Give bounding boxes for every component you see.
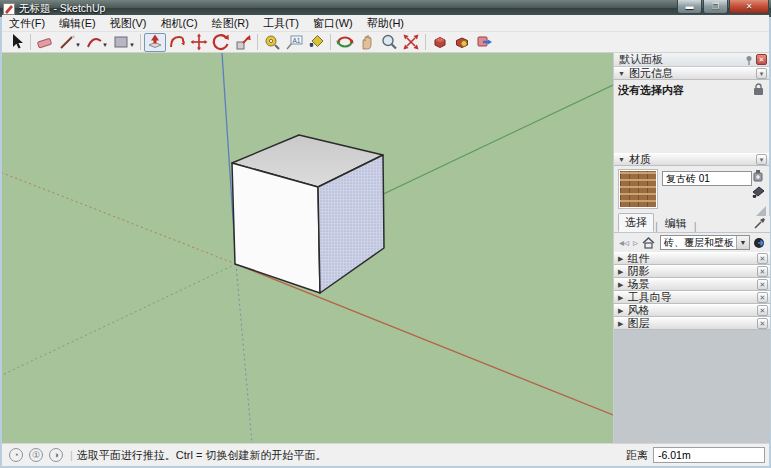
expand-arrow-icon: ▶	[618, 255, 623, 263]
model-viewport[interactable]	[2, 53, 613, 443]
tab-separator: |	[655, 220, 658, 232]
orbit-tool-button[interactable]	[334, 33, 356, 52]
menu-item[interactable]: 文件(F)	[2, 15, 52, 32]
dropdown-arrow-icon[interactable]: ▼	[736, 236, 749, 249]
entity-info-header[interactable]: ▼ 图元信息 ▾	[614, 67, 769, 80]
menu-item[interactable]: 绘图(R)	[205, 15, 256, 32]
arc-dropdown-arrow[interactable]: ▼	[102, 42, 108, 48]
paint-bucket-icon	[307, 33, 325, 51]
walk-button[interactable]	[473, 33, 495, 52]
status-bar: ◔ ① ◑ | 选取平面进行推拉。Ctrl = 切换创建新的开始平面。 距离	[2, 443, 769, 466]
select-tool-icon	[7, 33, 25, 51]
select-tool-button[interactable]	[5, 33, 27, 52]
status-hint-text: 选取平面进行推拉。Ctrl = 切换创建新的开始平面。	[77, 448, 327, 463]
panel-close-button[interactable]: ✕	[757, 266, 768, 277]
toolbar-separator	[30, 34, 31, 50]
panel-label: 图层	[627, 316, 649, 331]
pin-icon[interactable]	[744, 55, 754, 65]
create-material-icon[interactable]	[752, 169, 764, 182]
tab-select[interactable]: 选择	[618, 213, 654, 232]
follow-me-tool-button[interactable]	[166, 33, 188, 52]
dimension-text-tool-button[interactable]: A1	[283, 33, 305, 52]
move-tool-button[interactable]	[188, 33, 210, 52]
push-pull-tool-icon	[146, 33, 164, 51]
menu-item[interactable]: 帮助(H)	[360, 15, 411, 32]
entity-info-menu-button[interactable]: ▾	[756, 68, 767, 79]
tray-header[interactable]: 默认面板 ✕	[614, 53, 769, 67]
geolocation-icon[interactable]: ◔	[9, 448, 23, 462]
walk-icon	[475, 33, 493, 51]
move-tool-icon	[190, 33, 208, 51]
menu-bar: 文件(F)编辑(E)视图(V)相机(C)绘图(R)工具(T)窗口(W)帮助(H)	[2, 15, 769, 32]
collapsed-panel-图层[interactable]: ▶图层✕	[614, 317, 770, 330]
forward-icon[interactable]: ▹	[633, 237, 638, 248]
home-icon[interactable]	[642, 237, 655, 249]
panel-close-button[interactable]: ✕	[757, 292, 768, 303]
menu-item[interactable]: 工具(T)	[256, 15, 306, 32]
toolbar-separator	[257, 34, 258, 50]
eyedropper-icon[interactable]	[753, 217, 766, 230]
set-default-material-icon[interactable]	[751, 186, 766, 200]
material-name-input[interactable]	[662, 171, 752, 186]
measurement-input[interactable]	[653, 447, 765, 463]
lock-icon[interactable]	[753, 83, 764, 96]
material-thumbnail	[620, 171, 656, 207]
materials-header[interactable]: ▼ 材质 ▾	[614, 153, 769, 166]
menu-item[interactable]: 视图(V)	[103, 15, 154, 32]
credits-icon[interactable]: ①	[29, 448, 43, 462]
push-pull-tool-button[interactable]	[144, 33, 166, 52]
material-preview[interactable]	[618, 169, 658, 209]
zoom-extents-icon	[402, 33, 420, 51]
back-icon[interactable]: ◂◃	[619, 237, 629, 248]
pan-tool-button[interactable]	[356, 33, 378, 52]
close-button[interactable]: ✕	[729, 0, 769, 14]
tray-empty-area	[614, 330, 770, 443]
red-axis-negative	[2, 172, 236, 264]
scale-tool-button[interactable]	[232, 33, 254, 52]
eraser-tool-icon	[36, 33, 54, 51]
material-category-dropdown[interactable]: 砖、覆层和壁板 ▼	[660, 235, 750, 250]
details-icon[interactable]	[753, 236, 767, 250]
materials-menu-button[interactable]: ▾	[756, 154, 767, 165]
expand-arrow-icon: ▶	[618, 268, 623, 276]
maximize-button[interactable]: ❐	[703, 0, 728, 14]
menu-item[interactable]: 窗口(W)	[306, 15, 360, 32]
shapes-dropdown-arrow[interactable]: ▼	[129, 42, 135, 48]
toolbar-separator	[140, 34, 141, 50]
collapsed-panels: ▶组件✕▶阴影✕▶场景✕▶工具向导✕▶风格✕▶图层✕	[614, 252, 770, 330]
line-dropdown-arrow[interactable]: ▼	[75, 42, 81, 48]
collapse-arrow-icon: ▼	[618, 70, 625, 77]
zoom-extents-tool-button[interactable]	[400, 33, 422, 52]
toolbar-separator	[425, 34, 426, 50]
cube	[232, 135, 384, 293]
tray-close-button[interactable]: ✕	[756, 54, 767, 65]
zoom-tool-button[interactable]	[378, 33, 400, 52]
svg-text:A1: A1	[292, 37, 300, 44]
tab-separator: |	[694, 220, 697, 232]
toolbar-separator	[330, 34, 331, 50]
expand-arrow-icon: ▶	[618, 281, 623, 289]
position-camera-icon	[431, 33, 449, 51]
tape-measure-tool-button[interactable]	[261, 33, 283, 52]
menu-item[interactable]: 相机(C)	[153, 15, 204, 32]
paint-bucket-tool-button[interactable]	[305, 33, 327, 52]
entity-info-body: 没有选择内容	[614, 80, 769, 153]
position-camera-button[interactable]	[429, 33, 451, 52]
look-around-button[interactable]	[451, 33, 473, 52]
tab-edit[interactable]: 编辑	[659, 215, 693, 232]
menu-item[interactable]: 编辑(E)	[52, 15, 103, 32]
minimize-button[interactable]: ▬	[677, 0, 702, 14]
rotate-tool-button[interactable]	[210, 33, 232, 52]
panel-close-button[interactable]: ✕	[757, 305, 768, 316]
help-icon[interactable]: ◑	[49, 448, 63, 462]
green-axis-negative	[2, 264, 236, 376]
tray-title: 默认面板	[619, 52, 663, 67]
default-tray: 默认面板 ✕ ▼ 图元信息 ▾ 没有选择内容 ▼ 材质 ▾	[613, 53, 769, 443]
materials-tabs: 选择 | 编辑 |	[614, 216, 770, 233]
panel-close-button[interactable]: ✕	[757, 279, 768, 290]
look-around-icon	[453, 33, 471, 51]
panel-close-button[interactable]: ✕	[757, 253, 768, 264]
eraser-tool-button[interactable]	[34, 33, 56, 52]
panel-close-button[interactable]: ✕	[757, 318, 768, 329]
toolbar: ▼ ▼ ▼ A1	[2, 32, 769, 53]
